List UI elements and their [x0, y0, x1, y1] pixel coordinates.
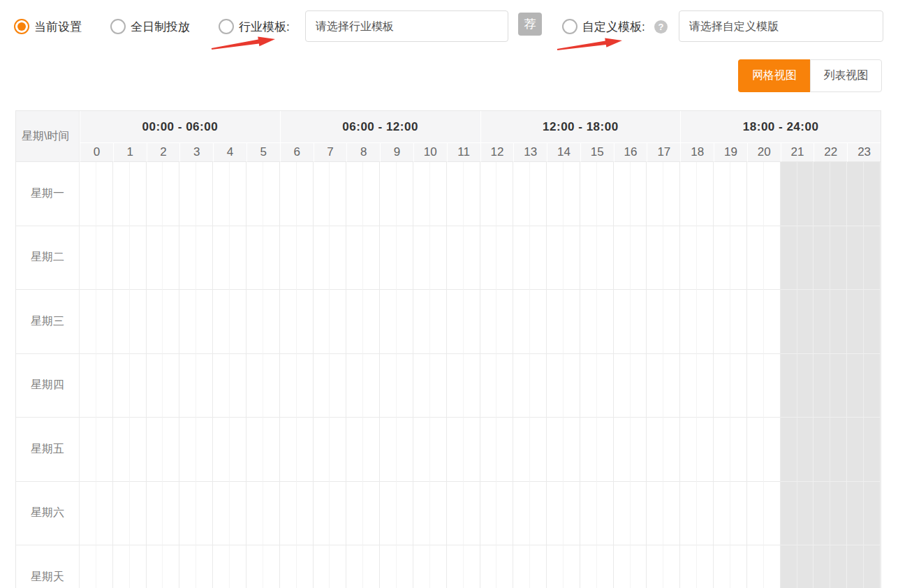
- schedule-cell[interactable]: [580, 162, 597, 226]
- schedule-cell[interactable]: [96, 162, 113, 226]
- schedule-cell[interactable]: [80, 545, 96, 588]
- radio-current-settings[interactable]: 当前设置: [14, 18, 82, 35]
- schedule-cell[interactable]: [631, 418, 647, 482]
- schedule-cell[interactable]: [380, 162, 397, 226]
- schedule-cell[interactable]: [663, 290, 680, 354]
- schedule-cell[interactable]: [781, 545, 797, 588]
- schedule-cell[interactable]: [464, 162, 480, 226]
- schedule-cell[interactable]: [513, 418, 530, 482]
- schedule-cell[interactable]: [530, 354, 547, 418]
- schedule-cell[interactable]: [564, 545, 580, 588]
- schedule-cell[interactable]: [830, 354, 847, 418]
- schedule-cell[interactable]: [179, 162, 196, 226]
- schedule-cell[interactable]: [564, 226, 580, 291]
- schedule-cell[interactable]: [263, 545, 280, 588]
- schedule-cell[interactable]: [480, 354, 497, 418]
- schedule-cell[interactable]: [496, 162, 513, 226]
- schedule-cell[interactable]: [764, 418, 781, 482]
- schedule-cell[interactable]: [764, 545, 781, 588]
- schedule-cell[interactable]: [196, 354, 213, 418]
- schedule-cell[interactable]: [330, 354, 346, 418]
- schedule-cell[interactable]: [647, 545, 663, 588]
- schedule-cell[interactable]: [163, 482, 179, 546]
- schedule-cell[interactable]: [663, 482, 680, 546]
- schedule-cell[interactable]: [213, 545, 230, 588]
- schedule-cell[interactable]: [447, 226, 464, 291]
- schedule-cell[interactable]: [647, 162, 663, 226]
- schedule-cell[interactable]: [246, 482, 263, 546]
- schedule-cell[interactable]: [730, 226, 747, 291]
- schedule-cell[interactable]: [80, 354, 96, 418]
- schedule-cell[interactable]: [814, 354, 830, 418]
- schedule-cell[interactable]: [430, 354, 447, 418]
- schedule-cell[interactable]: [747, 545, 764, 588]
- schedule-cell[interactable]: [530, 290, 547, 354]
- schedule-cell[interactable]: [363, 482, 380, 546]
- schedule-cell[interactable]: [330, 162, 346, 226]
- schedule-cell[interactable]: [480, 545, 497, 588]
- schedule-cell[interactable]: [480, 290, 497, 354]
- schedule-cell[interactable]: [496, 545, 513, 588]
- schedule-cell[interactable]: [96, 354, 113, 418]
- schedule-cell[interactable]: [196, 545, 213, 588]
- schedule-cell[interactable]: [830, 418, 847, 482]
- schedule-cell[interactable]: [380, 354, 397, 418]
- schedule-cell[interactable]: [614, 226, 631, 291]
- radio-custom-template[interactable]: 自定义模板:: [562, 18, 645, 35]
- schedule-cell[interactable]: [814, 545, 830, 588]
- schedule-cell[interactable]: [346, 545, 363, 588]
- schedule-cell[interactable]: [397, 482, 413, 546]
- schedule-cell[interactable]: [797, 354, 814, 418]
- schedule-cell[interactable]: [530, 162, 547, 226]
- schedule-cell[interactable]: [246, 418, 263, 482]
- schedule-cell[interactable]: [263, 162, 280, 226]
- schedule-cell[interactable]: [314, 482, 330, 546]
- schedule-cell[interactable]: [430, 482, 447, 546]
- schedule-cell[interactable]: [196, 226, 213, 291]
- schedule-cell[interactable]: [130, 290, 147, 354]
- schedule-cell[interactable]: [631, 482, 647, 546]
- schedule-cell[interactable]: [747, 290, 764, 354]
- schedule-cell[interactable]: [680, 226, 697, 291]
- schedule-cell[interactable]: [163, 226, 179, 291]
- schedule-cell[interactable]: [680, 482, 697, 546]
- schedule-cell[interactable]: [430, 226, 447, 291]
- schedule-cell[interactable]: [113, 162, 130, 226]
- schedule-cell[interactable]: [830, 226, 847, 291]
- schedule-cell[interactable]: [263, 354, 280, 418]
- schedule-cell[interactable]: [246, 226, 263, 291]
- schedule-cell[interactable]: [246, 545, 263, 588]
- schedule-cell[interactable]: [113, 545, 130, 588]
- schedule-cell[interactable]: [814, 162, 830, 226]
- schedule-cell[interactable]: [280, 418, 297, 482]
- schedule-cell[interactable]: [580, 290, 597, 354]
- schedule-cell[interactable]: [614, 162, 631, 226]
- schedule-cell[interactable]: [614, 418, 631, 482]
- schedule-cell[interactable]: [297, 290, 314, 354]
- schedule-cell[interactable]: [179, 545, 196, 588]
- schedule-cell[interactable]: [213, 418, 230, 482]
- schedule-cell[interactable]: [213, 482, 230, 546]
- schedule-cell[interactable]: [297, 545, 314, 588]
- schedule-cell[interactable]: [413, 290, 430, 354]
- schedule-cell[interactable]: [213, 290, 230, 354]
- schedule-cell[interactable]: [163, 290, 179, 354]
- schedule-cell[interactable]: [330, 226, 346, 291]
- schedule-cell[interactable]: [363, 290, 380, 354]
- schedule-cell[interactable]: [113, 418, 130, 482]
- schedule-cell[interactable]: [314, 162, 330, 226]
- schedule-cell[interactable]: [80, 418, 96, 482]
- schedule-cell[interactable]: [663, 354, 680, 418]
- schedule-cell[interactable]: [513, 226, 530, 291]
- schedule-cell[interactable]: [346, 162, 363, 226]
- tab-list-view[interactable]: 列表视图: [810, 59, 882, 92]
- schedule-cell[interactable]: [847, 354, 864, 418]
- schedule-cell[interactable]: [814, 226, 830, 291]
- schedule-cell[interactable]: [246, 354, 263, 418]
- schedule-cell[interactable]: [363, 354, 380, 418]
- schedule-cell[interactable]: [830, 162, 847, 226]
- schedule-cell[interactable]: [297, 482, 314, 546]
- schedule-cell[interactable]: [413, 545, 430, 588]
- schedule-cell[interactable]: [730, 482, 747, 546]
- schedule-cell[interactable]: [130, 482, 147, 546]
